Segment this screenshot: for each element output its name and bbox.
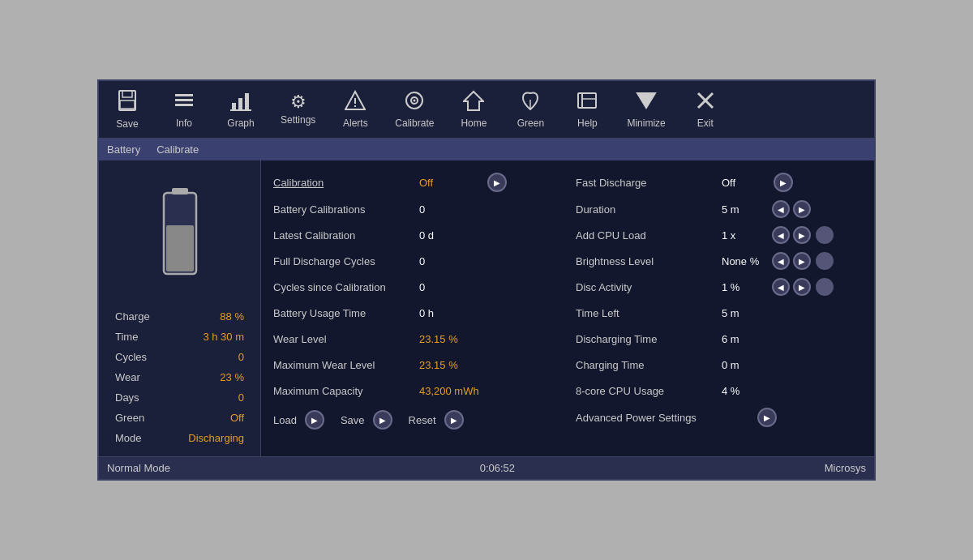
svg-rect-12: [354, 105, 356, 107]
stat-green-value: Off: [230, 412, 244, 424]
val-duration: 5 m: [722, 203, 770, 216]
toolbar: Save Info Graph: [99, 81, 874, 139]
save-icon: [117, 89, 138, 115]
toolbar-settings-label: Settings: [281, 114, 315, 126]
minimize-icon: [636, 90, 657, 114]
graph-icon: [230, 90, 251, 114]
brightness-next-btn[interactable]: ▶: [793, 252, 811, 270]
stat-days-value: 0: [238, 391, 244, 404]
toolbar-home[interactable]: Home: [445, 81, 502, 138]
battery-icon-container: [156, 185, 204, 282]
svg-rect-11: [354, 98, 356, 104]
svg-rect-7: [238, 98, 242, 109]
toolbar-green[interactable]: Green: [502, 81, 559, 138]
toolbar-home-label: Home: [461, 118, 486, 129]
toolbar-graph[interactable]: Graph: [212, 81, 269, 138]
toolbar-alerts[interactable]: Alerts: [327, 81, 384, 138]
battery-icon: [156, 185, 204, 282]
row-duration: Duration 5 m ◀ ▶: [576, 196, 862, 222]
breadcrumb-battery[interactable]: Battery: [107, 143, 140, 156]
cpu-load-next-btn[interactable]: ▶: [793, 226, 811, 244]
calibrate-icon: [404, 90, 425, 114]
stat-charge-label: Charge: [115, 310, 150, 323]
label-max-capacity: Maximum Capacity: [273, 385, 419, 397]
val-calibration: Off: [419, 177, 484, 189]
exit-icon: [695, 90, 716, 114]
cpu-load-nav-group: ◀ ▶: [770, 226, 834, 244]
stat-charge-value: 88 %: [220, 310, 244, 323]
val-battery-usage-time: 0 h: [419, 307, 484, 319]
row-battery-calibrations: Battery Calibrations 0: [273, 196, 559, 222]
duration-next-btn[interactable]: ▶: [793, 200, 811, 218]
label-battery-calibrations: Battery Calibrations: [273, 203, 419, 216]
duration-nav-group: ◀ ▶: [770, 200, 811, 218]
main-content: Charge 88 % Time 3 h 30 m Cycles 0 Wear …: [99, 160, 874, 456]
toolbar-calibrate-label: Calibrate: [395, 118, 434, 129]
val-max-wear: 23.15 %: [419, 359, 484, 371]
save-play-btn[interactable]: ▶: [373, 410, 392, 430]
toolbar-minimize[interactable]: Minimize: [615, 81, 676, 138]
cpu-load-prev-btn[interactable]: ◀: [772, 226, 790, 244]
val-full-discharge: 0: [419, 255, 484, 267]
svg-rect-2: [120, 100, 135, 109]
label-discharging-time: Discharging Time: [576, 333, 722, 345]
brightness-nav-group: ◀ ▶: [770, 252, 834, 270]
row-latest-calibration: Latest Calibration 0 d: [273, 222, 559, 248]
svg-marker-16: [464, 92, 483, 110]
breadcrumb-calibrate[interactable]: Calibrate: [156, 143, 199, 156]
label-battery-usage-time: Battery Usage Time: [273, 307, 419, 319]
duration-prev-btn[interactable]: ◀: [772, 200, 790, 218]
cpu-load-circle-btn[interactable]: [816, 226, 834, 244]
toolbar-save[interactable]: Save: [99, 81, 156, 138]
toolbar-info[interactable]: Info: [156, 81, 212, 138]
row-cpu-usage: 8-core CPU Usage 4 %: [576, 378, 862, 404]
toolbar-settings[interactable]: ⚙ Settings: [269, 81, 327, 138]
val-brightness: None %: [722, 255, 770, 267]
fast-discharge-play-btn[interactable]: ▶: [774, 173, 793, 192]
svg-rect-6: [232, 103, 236, 109]
disc-next-btn[interactable]: ▶: [793, 278, 811, 296]
svg-rect-8: [245, 93, 249, 109]
row-advanced: Advanced Power Settings ▶: [576, 404, 862, 431]
toolbar-green-label: Green: [517, 118, 544, 129]
val-charging-time: 0 m: [722, 359, 787, 371]
val-discharging-time: 6 m: [722, 333, 787, 345]
brightness-circle-btn[interactable]: [816, 252, 834, 270]
svg-rect-25: [172, 188, 188, 195]
advanced-play-btn[interactable]: ▶: [757, 408, 777, 427]
toolbar-save-label: Save: [116, 118, 138, 130]
row-battery-usage-time: Battery Usage Time 0 h: [273, 300, 559, 326]
disc-circle-btn[interactable]: [816, 278, 834, 296]
right-panel: Calibration Off ▶ Battery Calibrations 0…: [261, 160, 874, 456]
row-time-left: Time Left 5 m: [576, 300, 862, 326]
row-wear-level: Wear Level 23.15 %: [273, 326, 559, 352]
toolbar-calibrate[interactable]: Calibrate: [384, 81, 445, 138]
load-label: Load: [273, 414, 297, 426]
reset-group: Reset ▶: [409, 410, 464, 430]
disc-prev-btn[interactable]: ◀: [772, 278, 790, 296]
row-max-wear: Maximum Wear Level 23.15 %: [273, 352, 559, 378]
settings-icon: ⚙: [290, 93, 306, 111]
val-cpu-load: 1 x: [722, 229, 770, 242]
label-latest-calibration: Latest Calibration: [273, 229, 419, 242]
row-cpu-load: Add CPU Load 1 x ◀ ▶: [576, 222, 862, 248]
label-duration: Duration: [576, 203, 722, 216]
save-label: Save: [341, 414, 365, 426]
calibration-play-btn[interactable]: ▶: [487, 173, 507, 192]
val-wear-level: 23.15 %: [419, 333, 484, 345]
stat-wear: Wear 23 %: [107, 367, 252, 387]
val-battery-calibrations: 0: [419, 203, 484, 216]
toolbar-exit[interactable]: Exit: [677, 81, 734, 138]
label-calibration: Calibration: [273, 177, 419, 189]
label-wear-level: Wear Level: [273, 333, 419, 345]
reset-play-btn[interactable]: ▶: [444, 410, 464, 430]
left-panel: Charge 88 % Time 3 h 30 m Cycles 0 Wear …: [99, 160, 261, 456]
toolbar-exit-label: Exit: [697, 118, 714, 129]
stat-mode-label: Mode: [115, 432, 142, 444]
disc-nav-group: ◀ ▶: [770, 278, 834, 296]
toolbar-help[interactable]: Help: [559, 81, 615, 138]
row-max-capacity: Maximum Capacity 43,200 mWh: [273, 378, 559, 404]
load-play-btn[interactable]: ▶: [305, 410, 324, 430]
home-icon: [463, 90, 484, 114]
brightness-prev-btn[interactable]: ◀: [772, 252, 790, 270]
